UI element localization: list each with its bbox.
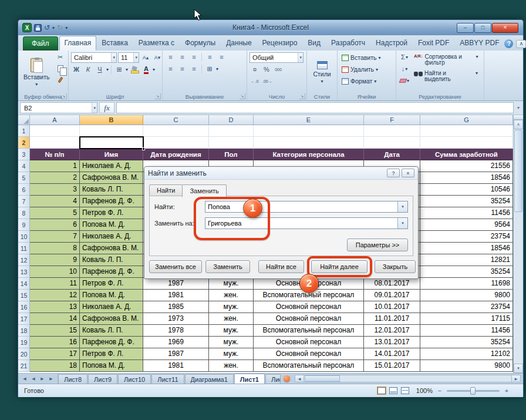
grow-font-button[interactable]: A▴ [140, 53, 151, 63]
column-header-A[interactable]: A [30, 115, 80, 125]
replace-dropdown-icon[interactable]: ▾ [397, 218, 407, 229]
cell-G15[interactable]: 9800 [420, 290, 513, 301]
font-size-combo[interactable]: 11▾ [118, 52, 139, 63]
cell-C18[interactable]: 1978 [143, 325, 209, 337]
cell-D15[interactable]: жен. [209, 290, 254, 301]
ribbon-tab-Разметка с[interactable]: Разметка с [133, 36, 180, 51]
cell-B5[interactable]: Сафронова В. М. [80, 172, 143, 184]
vertical-scroll-thumb[interactable] [514, 130, 522, 212]
fill-handle[interactable] [142, 147, 145, 150]
cell-D20[interactable]: муж. [209, 348, 254, 360]
collapse-ribbon-icon[interactable]: ∧ [516, 40, 526, 48]
ribbon-tab-Foxit PDF[interactable]: Foxit PDF [413, 36, 454, 51]
cell-A14[interactable]: 11 [30, 278, 80, 290]
cell-B15[interactable]: Попова М. Д. [80, 290, 143, 301]
horizontal-scrollbar[interactable]: ◀ ▶ [295, 375, 521, 382]
cell-F18[interactable]: 12.01.2017 [364, 325, 420, 337]
cell-G6[interactable]: 10546 [420, 184, 513, 196]
sheet-tab-Диаграмма1[interactable]: Диаграмма1 [185, 374, 234, 384]
selected-cell-outline[interactable] [79, 136, 144, 149]
row-header-15[interactable]: 15 [18, 290, 30, 301]
cell-A13[interactable]: 10 [30, 266, 80, 278]
cell-D17[interactable]: жен. [209, 313, 254, 325]
close-dialog-button[interactable]: Закрыть [375, 260, 416, 273]
cell-D21[interactable]: жен. [209, 360, 254, 372]
cell-A6[interactable]: 3 [30, 184, 80, 196]
row-header-9[interactable]: 9 [18, 219, 30, 231]
cell-D14[interactable]: муж. [209, 278, 254, 290]
cell-B1[interactable] [80, 125, 143, 137]
find-all-button[interactable]: Найти все [258, 260, 304, 273]
cell-B11[interactable]: Сафронова В. М. [80, 243, 143, 254]
cell-E18[interactable]: Вспомогательный персонал [254, 325, 364, 337]
ribbon-tab-Вставка[interactable]: Вставка [96, 36, 133, 51]
dialog-titlebar[interactable]: Найти и заменить ? × [144, 167, 418, 180]
cell-E1[interactable] [254, 125, 364, 137]
cell-G14[interactable]: 11698 [420, 278, 513, 290]
cell-A7[interactable]: 4 [30, 196, 80, 207]
wrap-text-button[interactable]: ≡ [216, 52, 227, 62]
row-header-1[interactable]: 1 [18, 125, 30, 137]
cell-G2[interactable] [420, 137, 513, 149]
cell-F19[interactable]: 13.01.2017 [364, 337, 420, 348]
align-center-button[interactable]: ≡ [177, 64, 187, 74]
row-header-12[interactable]: 12 [18, 254, 30, 266]
row-header-8[interactable]: 8 [18, 207, 30, 219]
ribbon-tab-Надстрой[interactable]: Надстрой [370, 36, 413, 51]
align-middle-button[interactable]: ≡ [177, 52, 187, 62]
row-header-5[interactable]: 5 [18, 172, 30, 184]
cell-A18[interactable]: 15 [30, 325, 80, 337]
cell-F20[interactable]: 14.01.2017 [364, 348, 420, 360]
delete-cells-button[interactable]: Удалить▾ [340, 64, 393, 75]
ribbon-tab-Данные[interactable]: Данные [221, 36, 257, 51]
sheet-tab-Лист1[interactable]: Лист1 [234, 374, 265, 384]
titlebar[interactable]: X ↺ ▾ ↻ ▾ Книга4 - Microsoft Excel – □ × [18, 20, 523, 35]
cell-E3[interactable]: Категория персонала [254, 149, 364, 160]
increase-decimal-button[interactable]: ←.0 [249, 76, 260, 86]
cell-F14[interactable]: 08.01.2017 [364, 278, 420, 290]
cell-D16[interactable]: муж. [209, 301, 254, 313]
scroll-up-icon[interactable]: ∧ [514, 120, 523, 129]
font-dialog-launcher[interactable]: ↘ [155, 93, 161, 99]
ribbon-tab-Формулы[interactable]: Формулы [180, 36, 221, 51]
zoom-in-button[interactable]: + [503, 387, 510, 394]
cell-G10[interactable]: 23754 [420, 231, 513, 243]
cell-F17[interactable]: 11.01.2017 [364, 313, 420, 325]
cell-B18[interactable]: Коваль Л. П. [80, 325, 143, 337]
row-header-14[interactable]: 14 [18, 278, 30, 290]
cell-A16[interactable]: 13 [30, 301, 80, 313]
formula-bar-expand-icon[interactable]: ▾ [515, 105, 521, 110]
ribbon-tab-Главная[interactable]: Главная [59, 36, 97, 51]
cell-A4[interactable]: 1 [30, 160, 80, 172]
cell-G3[interactable]: Сумма заработной [420, 149, 513, 160]
last-sheet-icon[interactable]: ▶ [47, 375, 55, 382]
format-cells-button[interactable]: Формат▾ [340, 76, 393, 86]
cell-B9[interactable]: Попова М. Д. [80, 219, 143, 231]
cell-A8[interactable]: 5 [30, 207, 80, 219]
cell-C17[interactable]: 1973 [143, 313, 209, 325]
undo-dropdown-icon[interactable]: ▾ [52, 25, 55, 31]
scroll-down-icon[interactable]: ▾ [514, 364, 523, 373]
select-all-corner[interactable] [18, 115, 30, 125]
undo-icon[interactable]: ↺ [44, 24, 50, 31]
cell-B10[interactable]: Николаев А. Д. [80, 231, 143, 243]
cell-G12[interactable]: 12821 [420, 254, 513, 266]
cell-F21[interactable]: 15.01.2017 [364, 360, 420, 372]
cell-D18[interactable]: муж. [209, 325, 254, 337]
cell-C16[interactable]: 1985 [143, 301, 209, 313]
row-header-16[interactable]: 16 [18, 301, 30, 313]
row-header-7[interactable]: 7 [18, 196, 30, 207]
cell-D1[interactable] [209, 125, 254, 137]
row-header-19[interactable]: 19 [18, 337, 30, 348]
first-sheet-icon[interactable]: ◀ [21, 375, 29, 382]
cell-E2[interactable] [254, 137, 364, 149]
name-box[interactable]: B2▾ [20, 102, 97, 113]
cell-A19[interactable]: 16 [30, 337, 80, 348]
cell-A15[interactable]: 12 [30, 290, 80, 301]
row-header-18[interactable]: 18 [18, 325, 30, 337]
dialog-help-button[interactable]: ? [387, 169, 400, 177]
comma-style-button[interactable]: 000 [273, 65, 284, 75]
row-header-13[interactable]: 13 [18, 266, 30, 278]
cell-D2[interactable] [209, 137, 254, 149]
align-right-button[interactable]: ≡ [188, 64, 199, 74]
